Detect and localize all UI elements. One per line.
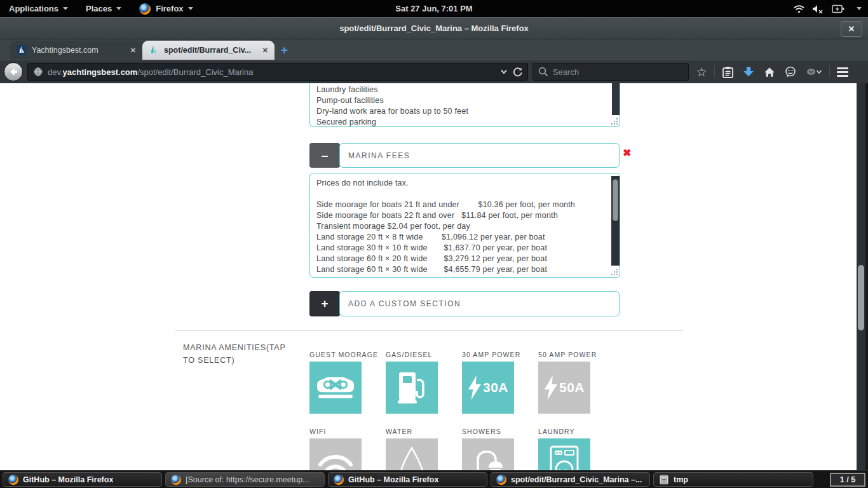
add-section-field[interactable]: ADD A CUSTOM SECTION — [339, 291, 620, 316]
taskbar-window-source[interactable]: [Source of: https://secure.meetup... — [165, 472, 325, 487]
page-scrollbar-thumb[interactable] — [858, 265, 864, 330]
amenity-water[interactable]: WATER — [386, 428, 449, 470]
amenity-tile[interactable] — [462, 438, 514, 470]
navigation-toolbar: dev.yachtingsbest.com/spot/edit/Burrard_… — [0, 60, 868, 83]
applications-menu[interactable]: Applications — [0, 0, 77, 17]
section-title: MARINA FEES — [348, 151, 410, 160]
back-arrow-icon — [8, 66, 19, 78]
amenity-30-amp-power[interactable]: 30 AMP POWER 30A — [462, 351, 526, 414]
amenity-tile[interactable] — [386, 438, 438, 470]
chevron-down-icon[interactable] — [500, 69, 508, 74]
amenity-50-amp-power[interactable]: 50 AMP POWER 50A — [538, 351, 602, 414]
yacht-favicon — [149, 45, 159, 55]
amenity-laundry[interactable]: LAUNDRY — [538, 428, 602, 470]
reload-icon[interactable] — [512, 67, 522, 77]
remove-x-icon: ✖ — [623, 147, 631, 158]
amenity-tile[interactable] — [538, 438, 590, 470]
chevron-down-icon — [188, 7, 193, 10]
clipboard-icon — [722, 66, 733, 78]
home-button[interactable] — [761, 63, 778, 81]
battery-icon[interactable] — [832, 4, 844, 13]
resize-grip-icon[interactable] — [611, 118, 619, 126]
lightning-bolt-icon — [544, 374, 558, 401]
yacht-favicon — [17, 45, 27, 55]
amp-badge: 50A — [559, 380, 585, 395]
amenity-label: WATER — [386, 428, 449, 435]
desktop: Applications Places Firefox Sat 27 Jun, … — [0, 0, 868, 488]
chevron-down-icon — [63, 7, 68, 10]
chevron-down-icon[interactable] — [857, 7, 862, 10]
amenity-gas-diesel[interactable]: GAS/DIESEL — [386, 351, 449, 414]
menu-button[interactable] — [834, 63, 851, 81]
remove-section-button[interactable]: ✖ — [623, 148, 631, 158]
taskbar-window-title: GitHub – Mozilla Firefox — [348, 475, 438, 484]
amenity-label: GUEST MOORAGE — [309, 351, 373, 358]
window-titlebar[interactable]: spot/edit/Burrard_Civic_Marina – Mozilla… — [0, 17, 868, 39]
downloads-button[interactable] — [740, 63, 757, 81]
search-icon — [538, 67, 548, 77]
tab-yachtingsbest[interactable]: Yachtingsbest.com ✕ — [10, 41, 142, 60]
file-cabinet-icon — [659, 475, 669, 485]
tab-close-icon[interactable]: ✕ — [130, 46, 136, 55]
amenity-wifi[interactable]: WIFI — [309, 428, 373, 470]
taskbar-window-tmp[interactable]: tmp — [653, 472, 813, 487]
collapse-section-button[interactable]: – — [309, 143, 340, 168]
back-button[interactable] — [4, 62, 23, 81]
textarea-scrollbar-thumb[interactable] — [613, 179, 618, 221]
taskbar-window-github-2[interactable]: GitHub – Mozilla Firefox — [328, 472, 487, 487]
firefox-appmenu[interactable]: Firefox — [130, 0, 201, 17]
amenity-guest-moorage[interactable]: GUEST MOORAGE — [309, 351, 373, 414]
amenity-tile[interactable] — [309, 362, 362, 414]
feedback-button[interactable] — [782, 63, 799, 81]
bookmarks-menu-button[interactable] — [719, 63, 736, 81]
download-arrow-icon — [743, 66, 754, 78]
amenity-tile[interactable]: 50A — [538, 362, 590, 414]
tab-spot-edit[interactable]: spot/edit/Burrard_Civ... ✕ — [142, 41, 275, 60]
amenity-label: WIFI — [309, 428, 373, 435]
add-section-button[interactable]: + — [309, 291, 340, 316]
places-menu-label: Places — [86, 4, 112, 13]
firefox-icon — [8, 475, 18, 485]
taskbar-window-title: spot/edit/Burrard_Civic_Marina –... — [511, 475, 642, 484]
firefox-icon — [139, 3, 151, 15]
amenity-tile[interactable]: 30A — [462, 362, 514, 414]
workspace-pager[interactable]: 1 / 5 — [830, 473, 865, 487]
marina-fees-textarea[interactable]: Prices do not include tax. Side moorage … — [309, 173, 620, 278]
volume-muted-icon[interactable] — [812, 4, 824, 13]
hamburger-icon — [837, 67, 848, 77]
fuel-pump-icon — [398, 370, 426, 405]
pocket-button[interactable] — [803, 63, 825, 81]
url-bar[interactable]: dev.yachtingsbest.com/spot/edit/Burrard_… — [27, 63, 528, 81]
pocket-icon — [806, 68, 816, 76]
taskbar-window-spot-edit[interactable]: spot/edit/Burrard_Civic_Marina –... — [491, 472, 650, 487]
gnome-top-bar: Applications Places Firefox Sat 27 Jun, … — [0, 0, 868, 17]
globe-icon — [33, 67, 43, 77]
wifi-status-icon[interactable] — [794, 4, 804, 13]
taskbar-window-title: [Source of: https://secure.meetup... — [186, 475, 309, 484]
places-menu[interactable]: Places — [77, 0, 130, 17]
window-close-button[interactable]: ✕ — [841, 21, 862, 37]
tab-close-icon[interactable]: ✕ — [262, 46, 268, 55]
window-edge — [865, 83, 868, 470]
marina-fees-text: Prices do not include tax. Side moorage … — [316, 178, 613, 275]
section-title-input[interactable]: MARINA FEES — [339, 143, 620, 168]
home-icon — [764, 67, 775, 78]
resize-grip-icon[interactable] — [611, 268, 619, 276]
amenity-showers[interactable]: SHOWERS — [462, 428, 526, 470]
tab-bar: Yachtingsbest.com ✕ spot/edit/Burrard_Ci… — [0, 39, 868, 60]
amenity-tile[interactable] — [386, 362, 438, 414]
search-input[interactable]: Search — [532, 63, 689, 81]
textarea-scrollbar[interactable] — [612, 83, 620, 115]
amenities-description-textarea[interactable]: Laundry facilities Pump-out facilities D… — [309, 83, 620, 127]
amenity-tile[interactable] — [309, 438, 362, 470]
new-tab-button[interactable]: + — [281, 43, 288, 57]
star-icon: ☆ — [696, 66, 707, 78]
url-domain: yachtingsbest.com — [63, 67, 138, 77]
window-list-taskbar: GitHub – Mozilla Firefox [Source of: htt… — [0, 470, 868, 488]
amenity-label: SHOWERS — [462, 428, 526, 435]
url-path: /spot/edit/Burrard_Civic_Marina — [137, 67, 253, 77]
bookmark-star-button[interactable]: ☆ — [693, 63, 710, 81]
taskbar-window-github-1[interactable]: GitHub – Mozilla Firefox — [3, 472, 162, 487]
applications-menu-label: Applications — [9, 4, 58, 13]
amenity-label: 30 AMP POWER — [462, 351, 526, 358]
